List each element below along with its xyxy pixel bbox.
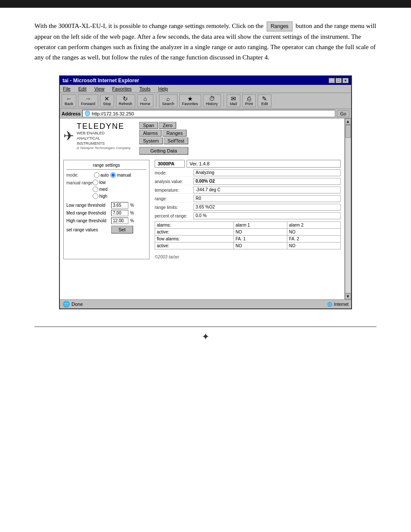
refresh-button[interactable]: ↻ Refresh xyxy=(116,94,136,107)
teledyne-subtitle: WEB ENABLED ANALYTICAL INSTRUMENTS xyxy=(77,131,131,146)
mode-data-row: mode: Analyzing xyxy=(155,169,341,177)
nav-buttons-group: Span Zero Alarms Ranges System SelfTest … xyxy=(139,122,188,155)
zero-button[interactable]: Zero xyxy=(159,122,177,129)
med-threshold-input[interactable] xyxy=(111,210,128,216)
range-data-label: range: xyxy=(155,196,193,202)
med-radio[interactable] xyxy=(93,187,98,192)
alarm1-header-cell: alarm 1 xyxy=(234,222,287,229)
set-button[interactable]: Set xyxy=(111,226,133,233)
home-button[interactable]: ⌂ Home xyxy=(137,94,153,107)
temperature-data-label: temperature: xyxy=(155,187,193,193)
stop-button[interactable]: ✕ Stop xyxy=(100,94,114,107)
range-limits-data-label: range limits: xyxy=(155,204,193,211)
menu-tools[interactable]: Tools xyxy=(138,86,152,92)
active-label-cell: active: xyxy=(155,229,234,236)
fa2-active-cell: NO xyxy=(287,243,340,249)
high-radio-label[interactable]: high xyxy=(93,193,107,199)
scroll-track[interactable] xyxy=(345,124,351,293)
content-scrollbar[interactable]: ▲ ▼ xyxy=(344,118,351,299)
range-limits-data-row: range limits: 3.65 %O2 xyxy=(155,204,341,211)
percent-range-data-row: percent of range: 0.0 % xyxy=(155,212,341,220)
back-label: Back xyxy=(65,102,73,106)
ranges-button[interactable]: Ranges xyxy=(162,130,187,137)
auto-radio[interactable] xyxy=(94,172,100,178)
teledyne-tagline: A Teledyne Technologies Company xyxy=(77,146,131,150)
low-threshold-label: Low range threshold xyxy=(66,203,109,208)
back-button[interactable]: ← Back xyxy=(62,94,76,107)
edit-icon: ✎ xyxy=(262,96,267,102)
selftest-button[interactable]: SelfTest xyxy=(164,137,188,144)
range-data-row: range: R0 xyxy=(155,195,341,202)
menu-help[interactable]: Help xyxy=(157,86,169,92)
edit-button[interactable]: ✎ Edit xyxy=(258,94,271,107)
favorites-label: Favorites xyxy=(182,102,198,106)
maximize-button[interactable]: □ xyxy=(336,78,342,83)
manual-radio[interactable] xyxy=(110,172,116,178)
internet-label: Internet xyxy=(334,302,349,307)
high-threshold-label: High range threshold xyxy=(66,218,109,223)
low-threshold-input[interactable] xyxy=(111,202,128,208)
med-threshold-unit: % xyxy=(130,211,134,215)
menu-view[interactable]: View xyxy=(93,86,106,92)
home-icon: ⌂ xyxy=(143,96,147,102)
nav-row-3: System SelfTest xyxy=(139,137,188,144)
span-button[interactable]: Span xyxy=(139,122,158,129)
teledyne-name: TELEDYNE xyxy=(77,122,131,131)
fa1-active-cell: NO xyxy=(234,243,287,249)
range-limits-data-value: 3.65 %O2 xyxy=(193,204,341,211)
main-content-area: ✈ TELEDYNE WEB ENABLED ANALYTICAL INSTRU… xyxy=(60,118,344,299)
intro-text-before: With the 3000TA-XL-EU-I, it is possible … xyxy=(34,22,264,29)
menu-favorites[interactable]: Favorites xyxy=(111,86,133,92)
favorites-button[interactable]: ★ Favorites xyxy=(179,94,201,107)
close-button[interactable]: × xyxy=(342,78,349,83)
refresh-icon: ↻ xyxy=(123,96,128,102)
search-button[interactable]: ⌕ Search xyxy=(159,94,177,107)
forward-button[interactable]: → Forward xyxy=(78,94,98,107)
teledyne-header: ✈ TELEDYNE WEB ENABLED ANALYTICAL INSTRU… xyxy=(63,122,341,155)
scroll-thumb[interactable] xyxy=(346,125,351,138)
analysis-data-value: 0.00% O2 xyxy=(193,178,341,185)
high-radio[interactable] xyxy=(93,193,98,199)
model-display: 3000PA xyxy=(155,160,185,168)
refresh-label: Refresh xyxy=(119,102,133,106)
high-threshold-row: High range threshold % xyxy=(66,218,146,224)
low-threshold-unit: % xyxy=(130,203,134,208)
forward-label: Forward xyxy=(81,102,95,106)
manual-radio-label[interactable]: manual xyxy=(110,172,131,178)
alarm1-active-cell: NO xyxy=(234,229,287,236)
med-radio-label[interactable]: med xyxy=(93,187,107,192)
low-radio[interactable] xyxy=(93,180,98,185)
analysis-data-label: analysis value: xyxy=(155,178,193,185)
high-threshold-input[interactable] xyxy=(111,218,128,224)
analysis-data-row: analysis value: 0.00% O2 xyxy=(155,178,341,185)
scroll-up-arrow[interactable]: ▲ xyxy=(345,118,351,124)
system-button[interactable]: System xyxy=(139,137,163,144)
go-button[interactable]: Go xyxy=(337,110,349,117)
alarms-button[interactable]: Alarms xyxy=(139,130,162,137)
low-radio-label[interactable]: low xyxy=(93,180,106,185)
print-button[interactable]: ⎙ Print xyxy=(242,94,256,107)
med-threshold-row: Med range threshold % xyxy=(66,210,146,216)
mail-button[interactable]: ✉ Mail xyxy=(227,94,240,107)
minimize-button[interactable]: _ xyxy=(329,78,335,83)
set-range-label: set range values xyxy=(66,227,109,232)
menu-file[interactable]: File xyxy=(62,86,72,92)
med-label: med xyxy=(99,187,107,192)
getting-data-button[interactable]: Getting Data xyxy=(139,147,188,155)
mode-label: mode: xyxy=(66,173,92,177)
mail-icon: ✉ xyxy=(231,96,236,102)
page-content: With the 3000TA-XL-EU-I, it is possible … xyxy=(0,8,411,318)
top-decorative-bar xyxy=(0,0,411,8)
menu-edit[interactable]: Edit xyxy=(77,86,88,92)
address-value[interactable]: http://172.16.32.250 xyxy=(92,111,134,116)
search-icon: ⌕ xyxy=(166,96,170,102)
auto-radio-label[interactable]: auto xyxy=(94,172,109,178)
browser-toolbar: ← Back → Forward ✕ Stop ↻ Refresh ⌂ Home… xyxy=(60,93,351,109)
browser-titlebar: tai - Microsoft Internet Explorer _ □ × xyxy=(60,76,351,85)
temperature-data-value: -344.7 deg C xyxy=(193,187,341,193)
scroll-down-arrow[interactable]: ▼ xyxy=(345,293,351,299)
status-right: 🌐 Internet xyxy=(327,302,349,307)
done-icon: 🌐 xyxy=(62,301,70,308)
mode-data-value: Analyzing xyxy=(193,169,341,176)
history-button[interactable]: ⏱ History xyxy=(203,94,221,107)
